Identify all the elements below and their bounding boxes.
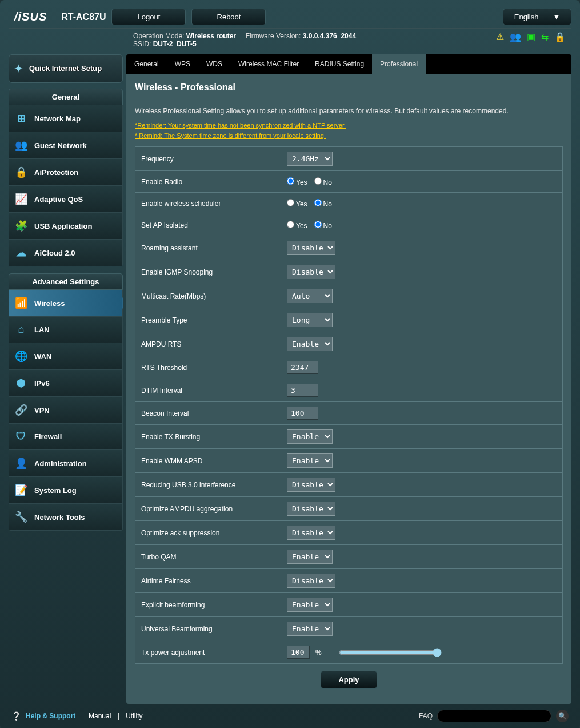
- ssid-label: SSID:: [133, 40, 151, 48]
- setting-label: Preamble Type: [135, 308, 281, 332]
- multicast-rate-mbps--select[interactable]: Auto: [287, 289, 333, 303]
- faq-search-input[interactable]: [437, 710, 551, 722]
- setting-label: Enable wireless scheduler: [135, 193, 281, 214]
- enable-wireless-scheduler-yes-label[interactable]: Yes: [287, 200, 307, 208]
- enable-tx-bursting-select[interactable]: Enable: [287, 429, 333, 444]
- nav-label: WAN: [34, 352, 51, 361]
- tab-radius-setting[interactable]: RADIUS Setting: [307, 54, 372, 74]
- tab-wireless-mac-filter[interactable]: Wireless MAC Filter: [230, 54, 307, 74]
- internet-icon[interactable]: ▣: [527, 31, 535, 42]
- preamble-type-select[interactable]: Long: [287, 313, 333, 327]
- nav-label: Wireless: [34, 299, 65, 308]
- fw-link[interactable]: 3.0.0.4.376_2044: [303, 32, 356, 40]
- language-dropdown[interactable]: English ▼: [503, 9, 571, 25]
- nav-advanced-administration[interactable]: 👤Administration: [9, 450, 123, 477]
- nav-advanced-ipv6[interactable]: ⬢IPv6: [9, 370, 123, 397]
- nav-advanced-lan[interactable]: ⌂LAN: [9, 317, 123, 343]
- nav-advanced-vpn[interactable]: 🔗VPN: [9, 397, 123, 424]
- users-icon[interactable]: 👥: [510, 31, 521, 42]
- manual-link[interactable]: Manual: [89, 712, 111, 720]
- setting-label: Roaming assistant: [135, 236, 281, 260]
- apply-button[interactable]: Apply: [321, 671, 377, 689]
- frequency-select[interactable]: 2.4GHz: [287, 152, 333, 166]
- op-mode-label: Operation Mode:: [133, 32, 184, 40]
- set-ap-isolated-yes-label[interactable]: Yes: [287, 222, 307, 230]
- lock-icon[interactable]: 🔒: [554, 31, 566, 42]
- nav-advanced-system-log[interactable]: 📝System Log: [9, 477, 123, 504]
- tab-wps[interactable]: WPS: [167, 54, 198, 74]
- reboot-button[interactable]: Reboot: [191, 9, 266, 25]
- nav-advanced-wan[interactable]: 🌐WAN: [9, 343, 123, 370]
- logout-button[interactable]: Logout: [111, 9, 186, 25]
- enable-igmp-snooping-select[interactable]: Disable: [287, 265, 335, 279]
- set-ap-isolated-no-radio[interactable]: [314, 221, 322, 228]
- setting-label: Enable TX Bursting: [135, 425, 281, 449]
- setting-label: Set AP Isolated: [135, 214, 281, 236]
- tab-wds[interactable]: WDS: [198, 54, 230, 74]
- nav-label: VPN: [34, 406, 50, 415]
- turbo-qam-select[interactable]: Enable: [287, 550, 333, 564]
- tx-power-adjustment-input[interactable]: [287, 646, 310, 659]
- chevron-down-icon: ▼: [553, 13, 560, 21]
- nav-general-usb-application[interactable]: 🧩USB Application: [9, 213, 123, 240]
- nav-general-guest-network[interactable]: 👥Guest Network: [9, 132, 123, 159]
- administration-icon: 👤: [15, 457, 27, 470]
- optimize-ack-suppression-select[interactable]: Disable: [287, 526, 335, 540]
- set-ap-isolated-yes-radio[interactable]: [287, 221, 294, 228]
- faq-label: FAQ: [419, 712, 433, 720]
- quick-internet-setup[interactable]: ✦ Quick Internet Setup: [9, 54, 123, 83]
- roaming-assistant-select[interactable]: Disable: [287, 241, 335, 255]
- explicit-beamforming-select[interactable]: Enable: [287, 598, 333, 612]
- nav-label: AiCloud 2.0: [34, 249, 75, 257]
- nav-general-aiprotection[interactable]: 🔒AiProtection: [9, 159, 123, 186]
- nav-general-adaptive-qos[interactable]: 📈Adaptive QoS: [9, 186, 123, 213]
- universal-beamforming-select[interactable]: Enable: [287, 622, 333, 636]
- optimize-ampdu-aggregation-select[interactable]: Disable: [287, 502, 335, 516]
- setting-label: AMPDU RTS: [135, 332, 281, 356]
- reminder-timezone[interactable]: * Remind: The System time zone is differ…: [135, 131, 563, 141]
- usb-icon[interactable]: ⇆: [541, 31, 549, 42]
- set-ap-isolated-no-label[interactable]: No: [314, 222, 332, 230]
- brand-logo: /iSUS: [9, 10, 53, 23]
- tx-power-adjustment-slider[interactable]: [339, 648, 442, 657]
- reducing-usb-3-0-interference-select[interactable]: Disable: [287, 478, 335, 492]
- wireless-icon: 📶: [15, 297, 27, 309]
- enable-wireless-scheduler-yes-radio[interactable]: [287, 199, 294, 206]
- nav-advanced-firewall[interactable]: 🛡Firewall: [9, 424, 123, 450]
- tab-professional[interactable]: Professional: [372, 54, 426, 74]
- beacon-interval-input[interactable]: [287, 407, 318, 420]
- ipv6-icon: ⬢: [15, 377, 27, 389]
- dtim-interval-input[interactable]: [287, 384, 318, 397]
- nav-label: USB Application: [34, 222, 92, 230]
- enable-radio-no-label[interactable]: No: [314, 178, 332, 186]
- reminder-ntp[interactable]: *Reminder: Your system time has not been…: [135, 121, 563, 131]
- ampdu-rts-select[interactable]: Enable: [287, 337, 333, 351]
- search-button[interactable]: 🔍: [556, 710, 569, 722]
- utility-link[interactable]: Utility: [126, 712, 142, 720]
- lan-icon: ⌂: [15, 324, 27, 336]
- rts-threshold-input[interactable]: [287, 361, 318, 374]
- ssid1-link[interactable]: DUT-2: [153, 40, 173, 48]
- nav-label: Adaptive QoS: [34, 195, 83, 204]
- airtime-fairness-select[interactable]: Disable: [287, 574, 335, 588]
- enable-radio-yes-label[interactable]: Yes: [287, 178, 307, 186]
- alert-icon[interactable]: ⚠: [496, 31, 504, 42]
- tab-general[interactable]: General: [126, 54, 167, 74]
- nav-label: Administration: [34, 459, 87, 468]
- setting-label: RTS Threshold: [135, 356, 281, 379]
- enable-wmm-apsd-select[interactable]: Enable: [287, 453, 333, 468]
- aicloud-2-0-icon: ☁: [15, 246, 27, 259]
- nav-advanced-wireless[interactable]: 📶Wireless: [9, 290, 123, 317]
- setting-label: Airtime Fairness: [135, 569, 281, 593]
- ssid2-link[interactable]: DUT-5: [177, 40, 197, 48]
- enable-radio-no-radio[interactable]: [314, 177, 322, 185]
- nav-general-aicloud-2-0[interactable]: ☁AiCloud 2.0: [9, 240, 123, 266]
- nav-label: IPv6: [34, 379, 50, 388]
- enable-radio-yes-radio[interactable]: [287, 177, 294, 185]
- nav-advanced-network-tools[interactable]: 🔧Network Tools: [9, 504, 123, 531]
- op-mode-link[interactable]: Wireless router: [186, 32, 236, 40]
- enable-wireless-scheduler-no-radio[interactable]: [314, 199, 322, 206]
- nav-general-network-map[interactable]: ⊞Network Map: [9, 105, 123, 132]
- enable-wireless-scheduler-no-label[interactable]: No: [314, 200, 332, 208]
- setting-label: Enable WMM APSD: [135, 449, 281, 473]
